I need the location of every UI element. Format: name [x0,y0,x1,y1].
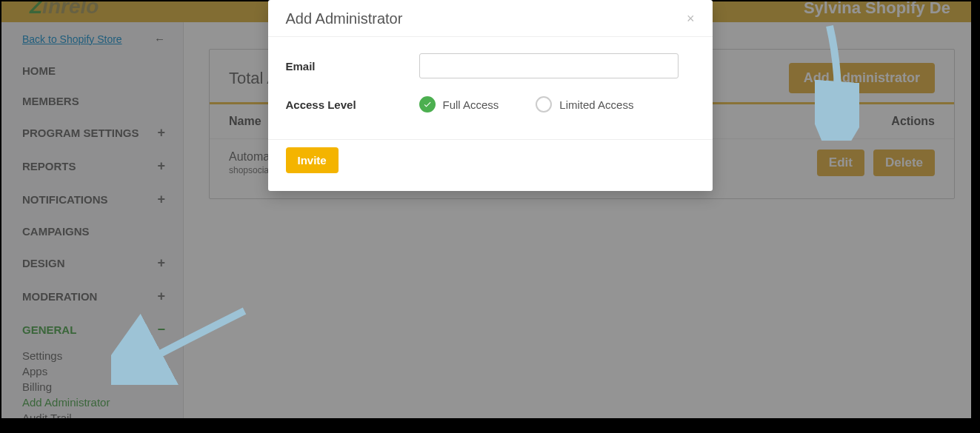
email-field[interactable] [419,53,679,78]
email-label: Email [286,60,419,73]
radio-checked-icon [419,96,436,113]
close-icon[interactable]: × [687,11,695,27]
access-level-label: Access Level [286,98,419,111]
add-administrator-modal: Add Administrator × Email Access Level F… [268,0,713,191]
frame-border [0,418,980,433]
limited-access-radio[interactable]: Limited Access [536,96,633,113]
full-access-label: Full Access [443,98,499,111]
full-access-radio[interactable]: Full Access [419,96,499,113]
modal-title: Add Administrator [286,10,403,27]
frame-border [971,0,980,433]
invite-button[interactable]: Invite [286,147,339,173]
limited-access-label: Limited Access [559,98,633,111]
radio-unchecked-icon [536,96,552,113]
